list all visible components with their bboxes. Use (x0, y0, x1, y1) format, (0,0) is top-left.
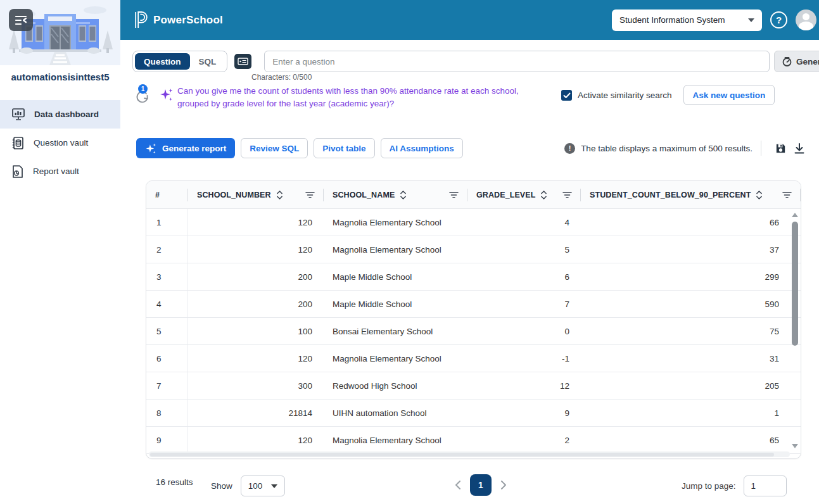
table-row[interactable]: 1120Magnolia Elementary School466 (146, 209, 801, 236)
cell-row-number: 1 (146, 209, 188, 236)
sparkle-icon (145, 142, 157, 154)
sort-icon[interactable] (756, 190, 763, 200)
cell-row-number: 7 (146, 372, 188, 399)
ask-new-question-button[interactable]: Ask new question (683, 85, 775, 105)
question-history-button[interactable]: 1 (134, 86, 151, 105)
ai-assumptions-button[interactable]: AI Assumptions (381, 138, 463, 158)
sort-icon[interactable] (400, 190, 407, 200)
question-vault-icon (11, 136, 25, 150)
generate-button[interactable]: Generate (774, 51, 819, 72)
sidebar-item-report-vault[interactable]: Report vault (0, 157, 120, 186)
column-header--: # (146, 181, 188, 208)
generate-report-button[interactable]: Generate report (136, 138, 235, 158)
menu-collapse-icon (15, 15, 27, 25)
page-size-dropdown[interactable]: 100 (241, 476, 285, 496)
table-row[interactable]: 5100Bonsai Elementary School075 (146, 318, 801, 345)
cell-student-count: 1 (581, 400, 801, 426)
cell-grade-level: 6 (467, 263, 581, 290)
similarity-label: Activate similarity search (578, 91, 672, 100)
cell-row-number: 5 (146, 318, 188, 344)
cell-school-name: UIHN automation School (324, 400, 467, 426)
column-label: STUDENT_COUNT_BELOW_90_PERCENT (590, 191, 751, 199)
column-label: SCHOOL_NAME (333, 191, 395, 199)
table-row[interactable]: 3200Maple Middle School6299 (146, 263, 801, 291)
save-icon (775, 142, 787, 154)
column-header-school-name[interactable]: SCHOOL_NAME (324, 181, 467, 208)
save-button[interactable] (772, 140, 789, 156)
cell-student-count: 590 (581, 291, 801, 317)
horizontal-scrollbar-thumb[interactable] (150, 453, 774, 457)
filter-icon[interactable] (449, 191, 459, 199)
vertical-scrollbar[interactable] (791, 210, 799, 452)
sidebar-collapse-button[interactable] (9, 9, 33, 31)
download-icon (794, 142, 805, 154)
sort-icon[interactable] (276, 190, 283, 200)
cell-student-count: 31 (581, 345, 801, 372)
sidebar-item-label: Data dashboard (34, 110, 99, 119)
cell-student-count: 37 (581, 236, 801, 263)
horizontal-scrollbar[interactable] (149, 451, 790, 457)
cell-grade-level: 4 (467, 209, 581, 236)
cell-student-count: 205 (581, 372, 801, 399)
page-size-wrap: Show 100 (211, 476, 285, 496)
filter-icon[interactable] (305, 191, 315, 199)
product-selector-value: Student Information System (619, 15, 725, 25)
sidebar-item-data-dashboard[interactable]: Data dashboard (0, 100, 120, 129)
cell-school-name: Magnolia Elementary School (324, 427, 467, 453)
max-results-note: The table displays a maximum of 500 resu… (581, 144, 752, 153)
cell-student-count: 75 (581, 318, 801, 344)
table-row[interactable]: 2120Magnolia Elementary School537 (146, 236, 801, 263)
scroll-up-arrow-icon[interactable] (792, 213, 798, 217)
filter-icon[interactable] (562, 191, 572, 199)
user-avatar[interactable] (796, 9, 816, 30)
sidebar-item-question-vault[interactable]: Question vault (0, 129, 120, 157)
chevron-down-icon (271, 484, 277, 488)
cell-school-name: Maple Middle School (324, 263, 467, 290)
similarity-search-toggle[interactable]: Activate similarity search (561, 90, 672, 101)
download-button[interactable] (791, 140, 808, 156)
column-header-grade-level[interactable]: GRADE_LEVEL (467, 181, 581, 208)
tab-sql[interactable]: SQL (190, 53, 225, 70)
pivot-table-button[interactable]: Pivot table (314, 138, 374, 158)
filter-icon[interactable] (782, 191, 792, 199)
cell-school-name: Bonsai Elementary School (324, 318, 467, 344)
table-row[interactable]: 6120Magnolia Elementary School-131 (146, 345, 801, 372)
pagination: 1 (455, 474, 507, 496)
next-page-button[interactable] (500, 480, 507, 490)
sidebar-item-label: Report vault (33, 167, 79, 176)
current-page-button[interactable]: 1 (470, 474, 492, 496)
cell-row-number: 6 (146, 345, 188, 372)
column-label: SCHOOL_NUMBER (197, 191, 271, 199)
table-row[interactable]: 4200Maple Middle School7590 (146, 291, 801, 318)
sidebar: automationsisinttest5 Data dashboardQues… (0, 0, 120, 504)
column-header-school-number[interactable]: SCHOOL_NUMBER (188, 181, 324, 208)
school-illustration (0, 0, 120, 65)
review-sql-button[interactable]: Review SQL (241, 138, 308, 158)
cell-row-number: 4 (146, 291, 188, 317)
help-button[interactable]: ? (770, 11, 787, 28)
sample-questions-button[interactable] (234, 54, 251, 69)
table-row[interactable]: 7300Redwood High School12205 (146, 372, 801, 400)
cell-school-number: 120 (188, 427, 324, 453)
previous-page-button[interactable] (455, 480, 461, 490)
sidebar-nav: Data dashboardQuestion vaultReport vault (0, 100, 120, 186)
question-input[interactable] (264, 51, 770, 72)
similarity-checkbox[interactable] (561, 90, 572, 101)
cell-grade-level: 9 (467, 400, 581, 426)
tab-question[interactable]: Question (135, 53, 190, 70)
product-selector-dropdown[interactable]: Student Information System (612, 9, 762, 31)
jump-to-page-input[interactable] (744, 476, 787, 496)
sort-icon[interactable] (540, 190, 547, 200)
actions-row: Generate report Review SQL Pivot table A… (136, 138, 808, 158)
vertical-scrollbar-thumb[interactable] (792, 222, 798, 346)
cell-grade-level: 12 (467, 372, 581, 399)
cell-grade-level: -1 (467, 345, 581, 372)
column-header-student-count-below-90-percent[interactable]: STUDENT_COUNT_BELOW_90_PERCENT (581, 181, 801, 208)
chevron-down-icon (748, 18, 754, 22)
scroll-down-arrow-icon[interactable] (792, 444, 798, 448)
table-row[interactable]: 9120Magnolia Elementary School265 (146, 427, 801, 454)
table-row[interactable]: 821814UIHN automation School91 (146, 400, 801, 427)
cell-row-number: 2 (146, 236, 188, 263)
data-dashboard-icon (11, 108, 25, 121)
cell-school-number: 100 (188, 318, 324, 344)
